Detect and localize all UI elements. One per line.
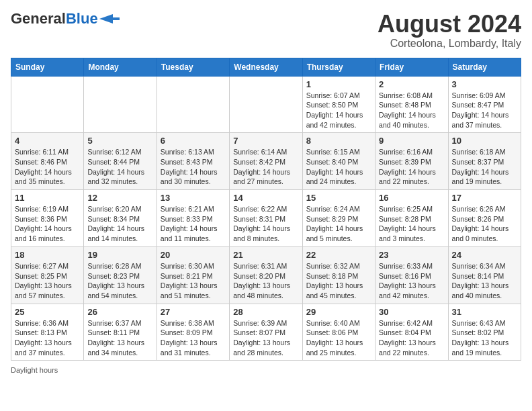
- logo: GeneralBlue: [11, 11, 120, 27]
- calendar-cell: 12Sunrise: 6:20 AMSunset: 8:34 PMDayligh…: [84, 190, 157, 247]
- calendar-cell: 3Sunrise: 6:09 AMSunset: 8:47 PMDaylight…: [448, 76, 521, 133]
- title-area: August 2024 Corteolona, Lombardy, Italy: [378, 11, 521, 50]
- day-detail: Sunrise: 6:38 AMSunset: 8:09 PMDaylight:…: [161, 318, 226, 358]
- svg-marker-0: [99, 14, 120, 24]
- logo-icon: [99, 14, 120, 24]
- day-number: 22: [306, 250, 371, 260]
- day-detail: Sunrise: 6:42 AMSunset: 8:04 PMDaylight:…: [379, 318, 444, 358]
- calendar-cell: 31Sunrise: 6:43 AMSunset: 8:02 PMDayligh…: [448, 304, 521, 361]
- day-detail: Sunrise: 6:30 AMSunset: 8:21 PMDaylight:…: [161, 261, 226, 301]
- logo-text: GeneralBlue: [11, 11, 98, 27]
- day-number: 14: [233, 193, 298, 203]
- day-number: 6: [161, 136, 226, 146]
- day-detail: Sunrise: 6:21 AMSunset: 8:33 PMDaylight:…: [161, 204, 226, 244]
- day-detail: Sunrise: 6:22 AMSunset: 8:31 PMDaylight:…: [233, 204, 298, 244]
- calendar-cell: 16Sunrise: 6:25 AMSunset: 8:28 PMDayligh…: [375, 190, 448, 247]
- calendar-cell: 14Sunrise: 6:22 AMSunset: 8:31 PMDayligh…: [230, 190, 302, 247]
- day-number: 4: [15, 136, 80, 146]
- day-detail: Sunrise: 6:34 AMSunset: 8:14 PMDaylight:…: [452, 261, 517, 301]
- calendar-cell: 24Sunrise: 6:34 AMSunset: 8:14 PMDayligh…: [448, 246, 521, 304]
- day-number: 13: [161, 193, 226, 203]
- calendar-cell: 23Sunrise: 6:33 AMSunset: 8:16 PMDayligh…: [375, 246, 448, 304]
- calendar-cell: 30Sunrise: 6:42 AMSunset: 8:04 PMDayligh…: [375, 304, 448, 361]
- day-detail: Sunrise: 6:39 AMSunset: 8:07 PMDaylight:…: [233, 318, 298, 358]
- day-detail: Sunrise: 6:27 AMSunset: 8:25 PMDaylight:…: [15, 261, 80, 301]
- calendar-cell: 25Sunrise: 6:36 AMSunset: 8:13 PMDayligh…: [11, 304, 84, 361]
- calendar-cell: 21Sunrise: 6:31 AMSunset: 8:20 PMDayligh…: [230, 246, 302, 304]
- day-of-week-header: Thursday: [302, 58, 375, 76]
- day-detail: Sunrise: 6:15 AMSunset: 8:40 PMDaylight:…: [306, 147, 371, 187]
- day-number: 18: [15, 250, 80, 260]
- calendar-cell: 29Sunrise: 6:40 AMSunset: 8:06 PMDayligh…: [302, 304, 375, 361]
- calendar-cell: 19Sunrise: 6:28 AMSunset: 8:23 PMDayligh…: [84, 246, 157, 304]
- day-detail: Sunrise: 6:28 AMSunset: 8:23 PMDaylight:…: [87, 261, 152, 301]
- day-detail: Sunrise: 6:43 AMSunset: 8:02 PMDaylight:…: [452, 318, 517, 358]
- day-detail: Sunrise: 6:40 AMSunset: 8:06 PMDaylight:…: [306, 318, 371, 358]
- calendar-cell: 27Sunrise: 6:38 AMSunset: 8:09 PMDayligh…: [157, 304, 229, 361]
- day-number: 25: [15, 307, 80, 317]
- day-detail: Sunrise: 6:18 AMSunset: 8:37 PMDaylight:…: [452, 147, 517, 187]
- calendar-cell: 7Sunrise: 6:14 AMSunset: 8:42 PMDaylight…: [230, 133, 302, 190]
- calendar-cell: 22Sunrise: 6:32 AMSunset: 8:18 PMDayligh…: [302, 246, 375, 304]
- calendar-cell: 5Sunrise: 6:12 AMSunset: 8:44 PMDaylight…: [84, 133, 157, 190]
- day-detail: Sunrise: 6:26 AMSunset: 8:26 PMDaylight:…: [452, 204, 517, 244]
- calendar-cell: 20Sunrise: 6:30 AMSunset: 8:21 PMDayligh…: [157, 246, 229, 304]
- day-of-week-header: Monday: [84, 58, 157, 76]
- day-number: 7: [233, 136, 298, 146]
- calendar-cell: 17Sunrise: 6:26 AMSunset: 8:26 PMDayligh…: [448, 190, 521, 247]
- header: GeneralBlue August 2024 Corteolona, Lomb…: [11, 11, 521, 50]
- day-number: 24: [452, 250, 517, 260]
- day-number: 10: [452, 136, 517, 146]
- day-number: 9: [379, 136, 444, 146]
- day-number: 12: [87, 193, 152, 203]
- calendar-cell: 18Sunrise: 6:27 AMSunset: 8:25 PMDayligh…: [11, 246, 84, 304]
- day-detail: Sunrise: 6:08 AMSunset: 8:48 PMDaylight:…: [379, 91, 444, 130]
- day-number: 17: [452, 193, 517, 203]
- day-detail: Sunrise: 6:13 AMSunset: 8:43 PMDaylight:…: [161, 147, 226, 187]
- day-detail: Sunrise: 6:25 AMSunset: 8:28 PMDaylight:…: [379, 204, 444, 244]
- calendar-cell: 8Sunrise: 6:15 AMSunset: 8:40 PMDaylight…: [302, 133, 375, 190]
- day-number: 2: [379, 79, 444, 89]
- day-number: 27: [161, 307, 226, 317]
- calendar-cell: 6Sunrise: 6:13 AMSunset: 8:43 PMDaylight…: [157, 133, 229, 190]
- day-detail: Sunrise: 6:33 AMSunset: 8:16 PMDaylight:…: [379, 261, 444, 301]
- daylight-label: Daylight hours: [11, 366, 58, 374]
- calendar-cell: 26Sunrise: 6:37 AMSunset: 8:11 PMDayligh…: [84, 304, 157, 361]
- day-of-week-header: Saturday: [448, 58, 521, 76]
- day-number: 19: [87, 250, 152, 260]
- day-number: 8: [306, 136, 371, 146]
- day-number: 3: [452, 79, 517, 89]
- calendar-cell: 11Sunrise: 6:19 AMSunset: 8:36 PMDayligh…: [11, 190, 84, 247]
- day-number: 15: [306, 193, 371, 203]
- calendar-cell: 2Sunrise: 6:08 AMSunset: 8:48 PMDaylight…: [375, 76, 448, 133]
- calendar-cell: 15Sunrise: 6:24 AMSunset: 8:29 PMDayligh…: [302, 190, 375, 247]
- day-detail: Sunrise: 6:37 AMSunset: 8:11 PMDaylight:…: [87, 318, 152, 358]
- day-of-week-header: Tuesday: [157, 58, 229, 76]
- day-number: 21: [233, 250, 298, 260]
- day-number: 16: [379, 193, 444, 203]
- calendar-cell: [157, 76, 229, 133]
- day-number: 1: [306, 79, 371, 89]
- footer: Daylight hours: [11, 366, 521, 374]
- day-number: 20: [161, 250, 226, 260]
- day-number: 31: [452, 307, 517, 317]
- calendar-cell: 28Sunrise: 6:39 AMSunset: 8:07 PMDayligh…: [230, 304, 302, 361]
- day-number: 23: [379, 250, 444, 260]
- calendar-cell: [230, 76, 302, 133]
- location-title: Corteolona, Lombardy, Italy: [378, 38, 521, 50]
- day-detail: Sunrise: 6:19 AMSunset: 8:36 PMDaylight:…: [15, 204, 80, 244]
- day-detail: Sunrise: 6:12 AMSunset: 8:44 PMDaylight:…: [87, 147, 152, 187]
- day-detail: Sunrise: 6:07 AMSunset: 8:50 PMDaylight:…: [306, 91, 371, 130]
- day-detail: Sunrise: 6:20 AMSunset: 8:34 PMDaylight:…: [87, 204, 152, 244]
- day-detail: Sunrise: 6:16 AMSunset: 8:39 PMDaylight:…: [379, 147, 444, 187]
- day-detail: Sunrise: 6:24 AMSunset: 8:29 PMDaylight:…: [306, 204, 371, 244]
- day-number: 5: [87, 136, 152, 146]
- calendar-table: SundayMondayTuesdayWednesdayThursdayFrid…: [11, 58, 521, 361]
- day-detail: Sunrise: 6:36 AMSunset: 8:13 PMDaylight:…: [15, 318, 80, 358]
- day-detail: Sunrise: 6:14 AMSunset: 8:42 PMDaylight:…: [233, 147, 298, 187]
- day-number: 28: [233, 307, 298, 317]
- day-detail: Sunrise: 6:11 AMSunset: 8:46 PMDaylight:…: [15, 147, 80, 187]
- day-detail: Sunrise: 6:09 AMSunset: 8:47 PMDaylight:…: [452, 91, 517, 130]
- day-of-week-header: Wednesday: [230, 58, 302, 76]
- month-title: August 2024: [378, 11, 521, 38]
